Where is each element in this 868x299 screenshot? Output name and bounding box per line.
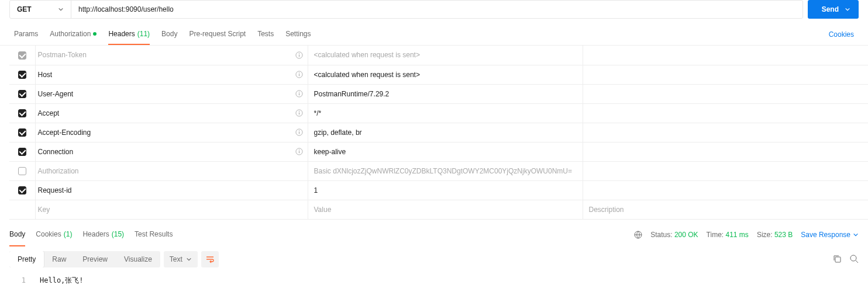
table-row: Host<calculated when request is sent> [9, 65, 868, 84]
table-row: Accept*/* [9, 103, 868, 123]
table-row: Connectionkeep-alive [9, 142, 868, 161]
cookies-link[interactable]: Cookies [829, 30, 854, 39]
svg-point-11 [298, 150, 299, 150]
header-value[interactable]: */* [314, 109, 322, 117]
header-key[interactable]: Postman-Token [38, 51, 87, 59]
response-body: 1 Hello,张飞! [0, 272, 868, 300]
svg-point-9 [298, 130, 299, 131]
view-mode-segment: Pretty Raw Preview Visualize [9, 251, 160, 267]
info-icon[interactable] [295, 128, 303, 136]
url-input[interactable] [71, 1, 802, 18]
svg-point-7 [298, 111, 299, 112]
copy-icon[interactable] [833, 255, 842, 263]
view-raw[interactable]: Raw [44, 251, 74, 267]
time-label: Time: 411 ms [707, 231, 749, 239]
method-label: GET [17, 5, 32, 13]
globe-icon[interactable] [634, 231, 642, 239]
svg-point-14 [850, 255, 856, 261]
svg-rect-13 [835, 257, 841, 262]
info-icon[interactable] [295, 109, 303, 117]
wrap-icon [206, 255, 214, 263]
header-key[interactable]: Accept-Encoding [38, 128, 91, 137]
size-label: Size: 523 B [757, 231, 793, 239]
header-key[interactable]: User-Agent [38, 90, 74, 98]
header-key[interactable]: Connection [38, 148, 74, 156]
header-checkbox[interactable] [18, 167, 26, 175]
tab-body[interactable]: Body [161, 23, 177, 45]
tab-settings[interactable]: Settings [285, 23, 311, 45]
tab-params[interactable]: Params [14, 23, 38, 45]
header-checkbox[interactable] [18, 128, 26, 137]
save-response-button[interactable]: Save Response [801, 231, 859, 239]
wrap-lines-button[interactable] [201, 251, 219, 267]
svg-point-1 [298, 53, 299, 54]
header-key[interactable]: Host [38, 71, 53, 79]
info-icon[interactable] [295, 51, 303, 59]
chevron-down-icon[interactable] [845, 6, 850, 12]
header-value[interactable]: PostmanRuntime/7.29.2 [314, 90, 390, 98]
svg-point-3 [298, 72, 299, 73]
request-url-bar: GET [9, 0, 803, 19]
header-key[interactable]: Authorization [38, 167, 79, 175]
method-select[interactable]: GET [10, 1, 71, 18]
view-visualize[interactable]: Visualize [116, 251, 160, 267]
header-checkbox[interactable] [18, 109, 26, 117]
format-select[interactable]: Text [164, 251, 198, 267]
tab-prerequest[interactable]: Pre-request Script [189, 23, 246, 45]
chevron-down-icon [186, 256, 192, 262]
response-text: Hello,张飞! [40, 276, 84, 286]
headers-table: Postman-Token<calculated when request is… [9, 46, 868, 220]
send-label: Send [822, 5, 839, 13]
tab-tests[interactable]: Tests [257, 23, 274, 45]
header-value[interactable]: keep-alive [314, 148, 346, 156]
header-value[interactable]: <calculated when request is sent> [314, 71, 420, 79]
resp-tab-cookies[interactable]: Cookies(1) [36, 223, 72, 246]
table-row: Postman-Token<calculated when request is… [9, 46, 868, 65]
header-value[interactable]: 1 [314, 186, 318, 194]
tab-authorization[interactable]: Authorization [50, 23, 97, 45]
header-key[interactable]: Accept [38, 109, 60, 117]
info-icon[interactable] [295, 71, 303, 78]
chevron-down-icon [853, 232, 859, 238]
info-icon[interactable] [295, 148, 303, 155]
header-value[interactable]: <calculated when request is sent> [314, 51, 420, 59]
header-checkbox[interactable] [18, 71, 26, 79]
auth-modified-dot [93, 32, 97, 36]
header-value[interactable]: Basic dXNlcjozZjQwNWRlZC0yZDBkLTQ3NDgtOW… [314, 167, 573, 175]
header-key[interactable]: Request-id [38, 186, 72, 194]
view-preview[interactable]: Preview [74, 251, 116, 267]
table-row: Request-id1 [9, 180, 868, 200]
svg-point-5 [298, 92, 299, 92]
header-checkbox[interactable] [18, 90, 26, 98]
line-number: 1 [9, 276, 26, 284]
resp-tab-headers[interactable]: Headers(15) [82, 223, 124, 246]
table-row: User-AgentPostmanRuntime/7.29.2 [9, 84, 868, 103]
status-label: Status: 200 OK [650, 231, 698, 239]
resp-tab-body[interactable]: Body [9, 223, 25, 246]
send-button[interactable]: Send [808, 0, 859, 19]
tab-headers[interactable]: Headers(11) [108, 23, 150, 45]
table-row-new[interactable]: KeyValueDescription [9, 200, 868, 219]
view-pretty[interactable]: Pretty [9, 251, 44, 267]
header-checkbox[interactable] [18, 51, 26, 60]
header-value[interactable]: gzip, deflate, br [314, 128, 362, 137]
chevron-down-icon [58, 6, 64, 12]
value-placeholder[interactable]: Value [308, 200, 583, 219]
desc-placeholder[interactable]: Description [583, 200, 868, 219]
header-checkbox[interactable] [18, 148, 26, 156]
header-checkbox[interactable] [18, 186, 26, 194]
search-icon[interactable] [850, 255, 859, 263]
info-icon[interactable] [295, 90, 303, 98]
key-placeholder[interactable]: Key [35, 200, 308, 219]
resp-tab-test-results[interactable]: Test Results [135, 223, 173, 246]
table-row: Accept-Encodinggzip, deflate, br [9, 123, 868, 142]
table-row: AuthorizationBasic dXNlcjozZjQwNWRlZC0yZ… [9, 161, 868, 180]
